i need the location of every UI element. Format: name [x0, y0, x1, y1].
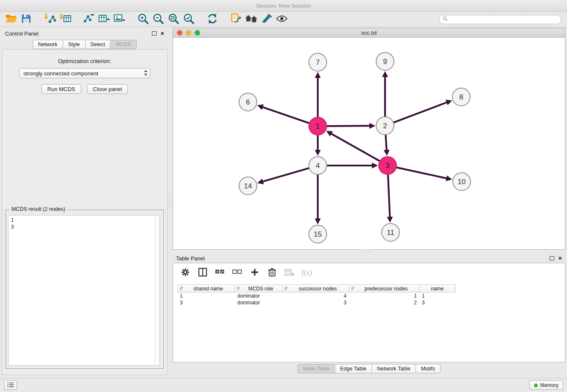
criterion-value: strongly connected component [23, 70, 144, 77]
float-panel-icon[interactable] [152, 31, 157, 36]
graph-node[interactable]: 6 [239, 93, 257, 111]
gear-icon [181, 268, 190, 278]
column-header-predecessor-nodes[interactable]: predecessor nodes [349, 284, 419, 293]
add-column-button[interactable] [249, 267, 260, 278]
svg-text:1: 1 [316, 122, 319, 130]
import-table-icon [59, 13, 71, 25]
annotation-button[interactable] [259, 13, 274, 26]
show-hide-button[interactable] [274, 13, 289, 26]
graph-node[interactable]: 15 [309, 225, 327, 243]
select-all-button[interactable] [215, 267, 226, 278]
graph-edge[interactable] [257, 168, 309, 184]
list-icon [7, 382, 14, 389]
memory-button[interactable]: Memory [529, 381, 563, 390]
graph-edge[interactable] [257, 104, 309, 123]
clone-network-button[interactable] [228, 13, 244, 26]
close-panel-button[interactable]: Close panel [87, 84, 128, 94]
graph-edge[interactable] [384, 135, 390, 156]
zoom-selected-button[interactable] [181, 13, 196, 26]
column-header-mcds-role[interactable]: MCDS role [235, 284, 283, 293]
table-toolbar: f(x) [173, 263, 565, 282]
graph-node[interactable]: 9 [376, 52, 394, 70]
stepper-arrows-icon [144, 70, 148, 77]
graph-edge[interactable] [315, 72, 321, 117]
refresh-layout-button[interactable] [205, 13, 220, 26]
show-columns-button[interactable] [197, 267, 208, 278]
cell-shared-name: 3 [177, 300, 235, 306]
tab-network[interactable]: Network [33, 40, 63, 49]
graph-node[interactable]: 4 [309, 157, 327, 174]
run-mcds-button[interactable]: Run MCDS [41, 84, 81, 94]
cell-predecessor-nodes: 2 [349, 300, 419, 306]
mcds-result-textarea[interactable]: 1 3 [8, 215, 160, 366]
zoom-fit-button[interactable] [166, 13, 181, 26]
export-image-button[interactable] [112, 13, 127, 26]
delete-row-button[interactable] [267, 267, 278, 278]
save-session-button[interactable] [19, 13, 34, 26]
table-row[interactable]: 1 dominator 4 1 1 [177, 293, 561, 299]
cell-name: 3 [419, 300, 456, 306]
graph-node[interactable]: 11 [382, 224, 399, 241]
delete-column-button[interactable] [284, 267, 295, 278]
graph-edge[interactable] [326, 131, 380, 161]
column-header-name[interactable]: name [419, 284, 456, 293]
close-panel-icon[interactable]: × [160, 31, 164, 36]
graph-edge[interactable] [315, 175, 321, 224]
graph-node[interactable]: 1 [309, 117, 327, 135]
network-view[interactable]: 7968124314101511 [173, 38, 565, 249]
svg-text:6: 6 [246, 98, 250, 106]
graph-edge[interactable] [396, 168, 452, 181]
tab-motifs[interactable]: Motifs [416, 364, 440, 373]
cell-successor-nodes: 4 [283, 293, 349, 299]
export-network-button[interactable] [81, 13, 96, 26]
tab-node-table[interactable]: Node Table [297, 364, 335, 373]
graph-node[interactable]: 3 [379, 157, 396, 174]
task-history-button[interactable] [4, 381, 17, 390]
table-panel-tabs: Node Table Edge Table Network Table Moti… [173, 364, 565, 373]
graph-node[interactable]: 10 [453, 173, 471, 190]
criterion-dropdown[interactable]: strongly connected component [19, 68, 150, 78]
graph-edge[interactable] [382, 71, 388, 116]
graph-edge[interactable] [394, 100, 452, 123]
graph-edge[interactable] [327, 123, 375, 129]
float-table-panel-icon[interactable] [550, 256, 554, 260]
column-header-shared-name[interactable]: shared name [177, 284, 235, 293]
export-table-icon [98, 14, 110, 25]
first-neighbors-button[interactable] [244, 13, 259, 26]
zoom-in-button[interactable] [135, 13, 151, 26]
import-table-button[interactable] [58, 13, 73, 26]
network-canvas[interactable]: 7968124314101511 [173, 38, 565, 249]
cell-mcds-role: dominator [235, 293, 283, 299]
unchecked-boxes-icon [232, 268, 242, 278]
deselect-all-button[interactable] [232, 267, 243, 278]
graph-edge[interactable] [327, 163, 378, 168]
column-header-successor-nodes[interactable]: successor nodes [283, 284, 349, 293]
tab-mcds[interactable]: MCDS [110, 40, 137, 49]
zoom-out-button[interactable] [151, 13, 166, 26]
graph-node[interactable]: 8 [452, 88, 470, 106]
graph-edge[interactable] [387, 175, 393, 223]
graph-edge[interactable] [315, 135, 321, 156]
table-settings-button[interactable] [180, 267, 191, 278]
zoom-fit-icon [168, 13, 179, 25]
svg-text:7: 7 [316, 58, 319, 66]
table-row[interactable]: 3 dominator 3 2 3 [177, 299, 561, 306]
tab-select[interactable]: Select [85, 40, 111, 49]
tab-style[interactable]: Style [63, 40, 85, 49]
close-table-panel-icon[interactable]: × [558, 256, 562, 261]
import-network-button[interactable] [42, 13, 58, 26]
function-builder-button[interactable]: f(x) [301, 267, 312, 278]
vertical-splitter[interactable] [169, 194, 172, 208]
graph-node[interactable]: 2 [376, 117, 394, 135]
horizontal-splitter[interactable] [362, 249, 370, 252]
tab-network-table[interactable]: Network Table [372, 364, 416, 373]
search-input[interactable] [450, 17, 561, 22]
toolbar-search[interactable] [439, 15, 561, 24]
tab-edge-table[interactable]: Edge Table [335, 364, 372, 373]
open-session-button[interactable] [3, 13, 19, 26]
result-scrollbar[interactable] [154, 215, 160, 365]
import-network-icon [44, 13, 56, 25]
graph-node[interactable]: 14 [239, 177, 257, 195]
graph-node[interactable]: 7 [309, 53, 327, 71]
export-table-button[interactable] [96, 13, 112, 26]
